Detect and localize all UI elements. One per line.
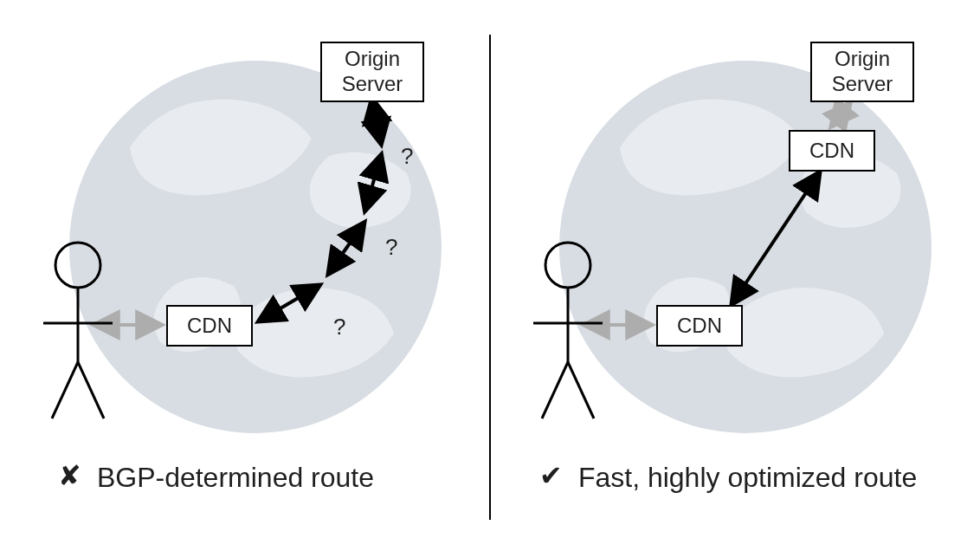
cdn-top-box: CDN: [789, 130, 875, 172]
cdn-top-label: CDN: [809, 139, 854, 164]
hop-question-2: ?: [385, 234, 397, 261]
origin-server-box: Origin Server: [810, 42, 914, 102]
cdn-bottom-box: CDN: [656, 305, 743, 347]
svg-point-5: [55, 243, 100, 288]
hop-question-3: ?: [401, 143, 413, 170]
cdn-box: CDN: [166, 305, 253, 347]
hop-question-1: ?: [333, 314, 345, 340]
panel-optimized: CDN CDN Origin Server ✔ Fast, highly opt…: [490, 0, 980, 551]
svg-line-14: [542, 362, 568, 418]
origin-server-label: Origin Server: [342, 47, 403, 97]
globe-icon: [559, 61, 932, 433]
svg-line-8: [52, 362, 78, 418]
diagram-stage: CDN Origin Server ? ? ? ✘ BGP-determined…: [0, 0, 980, 551]
user-icon: [39, 241, 117, 423]
svg-line-15: [568, 362, 594, 418]
cdn-label: CDN: [187, 314, 232, 339]
origin-server-box: Origin Server: [320, 42, 424, 102]
origin-server-label: Origin Server: [832, 47, 893, 97]
svg-point-11: [545, 243, 590, 288]
cdn-bottom-label: CDN: [677, 314, 722, 339]
panel-bgp: CDN Origin Server ? ? ? ✘ BGP-determined…: [0, 0, 490, 551]
svg-line-9: [78, 362, 104, 418]
user-icon: [529, 241, 607, 423]
